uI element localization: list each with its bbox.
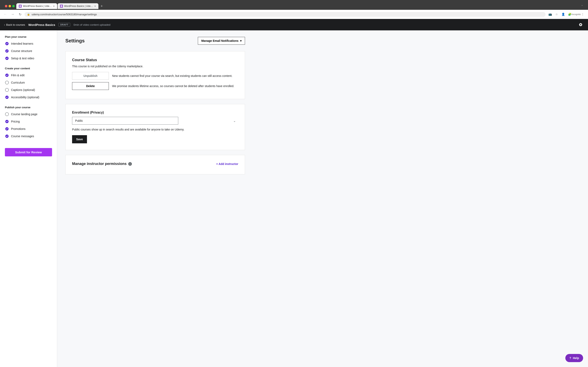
svg-point-1 xyxy=(61,5,62,7)
publish-section-title: Publish your course xyxy=(0,106,57,110)
check-icon-promotions xyxy=(5,127,9,131)
manage-email-notifications-button[interactable]: Manage Email Notifications ▾ xyxy=(198,37,245,45)
unpublish-button[interactable]: Unpublish xyxy=(72,72,109,80)
select-chevron-icon: ⌄ xyxy=(233,119,236,123)
upload-status: 0min of video content uploaded xyxy=(73,23,111,26)
permissions-section: Manage instructor permissions i + Add in… xyxy=(65,155,245,174)
tab-favicon-2 xyxy=(60,5,63,8)
sidebar-item-intended-learners[interactable]: Intended learners xyxy=(0,40,57,47)
tab-favicon-1 xyxy=(19,5,22,8)
draft-badge: DRAFT xyxy=(58,23,70,26)
sidebar-item-promotions[interactable]: Promotions xyxy=(0,125,57,133)
enrollment-privacy-select[interactable]: Public Private Password Protected xyxy=(72,117,178,125)
back-nav-btn[interactable]: ← xyxy=(2,11,8,17)
enrollment-select-wrapper: Public Private Password Protected ⌄ xyxy=(72,117,238,125)
bookmark-icon[interactable]: ☆ xyxy=(554,11,559,17)
sidebar-item-setup-test-video[interactable]: Setup & test video xyxy=(0,55,57,62)
incognito-label: Incognito xyxy=(573,11,579,17)
tab-close-1[interactable]: × xyxy=(53,4,55,8)
permissions-header: Manage instructor permissions i + Add in… xyxy=(72,162,238,166)
delete-description: We promise students lifetime access, so … xyxy=(112,84,234,88)
forward-nav-btn[interactable]: → xyxy=(10,11,16,17)
create-section: Create your content Film & edit Curricul… xyxy=(0,67,57,101)
help-icon: ? xyxy=(570,356,571,360)
address-bar[interactable]: 🔒 udemy.com/instructor/course/5063180/ma… xyxy=(25,12,545,17)
sidebar-label-curriculum: Curriculum xyxy=(11,81,25,84)
check-icon-intended-learners xyxy=(5,42,9,46)
settings-gear-icon[interactable] xyxy=(577,21,584,28)
check-icon-pricing xyxy=(5,119,9,124)
check-icon-curriculum xyxy=(5,81,9,85)
tab-close-2[interactable]: × xyxy=(94,4,96,8)
sidebar-label-promotions: Promotions xyxy=(11,127,26,131)
sidebar-item-accessibility[interactable]: Accessibility (optional) xyxy=(0,94,57,101)
sidebar-label-film-edit: Film & edit xyxy=(11,74,25,77)
sidebar-label-course-landing-page: Course landing page xyxy=(11,113,37,116)
browser-window-controls: ⌃ xyxy=(581,5,583,8)
browser-address-bar-container: ← → ↻ 🔒 udemy.com/instructor/course/5063… xyxy=(0,10,588,19)
submit-for-review-button[interactable]: Submit for Review xyxy=(5,148,52,156)
browser-action-buttons: 📺 ☆ 👤 🧩 Incognito ⋮ xyxy=(547,11,586,17)
manage-email-label: Manage Email Notifications xyxy=(201,39,238,42)
enrollment-hint: Public courses show up in search results… xyxy=(72,128,238,131)
delete-row: Delete We promise students lifetime acce… xyxy=(72,82,238,90)
unpublish-description: New students cannot find your course via… xyxy=(112,74,232,77)
back-to-courses-label: Back to courses xyxy=(6,23,25,26)
page-header: Settings Manage Email Notifications ▾ xyxy=(65,37,245,45)
enrollment-section: Enrollment (Privacy) Public Private Pass… xyxy=(65,104,245,150)
sidebar-item-course-messages[interactable]: Course messages xyxy=(0,133,57,140)
check-icon-captions xyxy=(5,88,9,92)
svg-point-3 xyxy=(5,88,9,92)
new-tab-button[interactable]: + xyxy=(99,3,104,9)
sidebar-item-film-edit[interactable]: Film & edit xyxy=(0,72,57,79)
tab-title-2: WordPress Basics | Udemy xyxy=(64,5,93,8)
sidebar-label-setup-test-video: Setup & test video xyxy=(11,57,34,60)
course-title: WordPress Basics xyxy=(28,23,55,26)
save-button[interactable]: Save xyxy=(72,135,87,143)
profile-icon[interactable]: 👤 xyxy=(560,11,566,17)
svg-point-0 xyxy=(19,5,21,7)
back-arrow-icon: ‹ xyxy=(4,23,5,26)
close-window-btn[interactable] xyxy=(5,5,7,7)
back-to-courses-btn[interactable]: ‹ Back to courses xyxy=(4,23,25,26)
fullscreen-window-btn[interactable] xyxy=(12,5,15,7)
browser-menu-icon[interactable]: ⋮ xyxy=(580,11,586,17)
main-content: Settings Manage Email Notifications ▾ Co… xyxy=(57,30,588,367)
browser-tab-1[interactable]: WordPress Basics | Udemy × xyxy=(16,3,57,9)
chevron-down-icon: ▾ xyxy=(240,39,242,42)
plan-section-title: Plan your course xyxy=(0,35,57,40)
sidebar-item-pricing[interactable]: Pricing xyxy=(0,118,57,125)
sidebar-item-course-structure[interactable]: Course structure xyxy=(0,47,57,55)
app-header: ‹ Back to courses WordPress Basics DRAFT… xyxy=(0,19,588,30)
cast-icon[interactable]: 📺 xyxy=(547,11,553,17)
course-status-section: Course Status This course is not publish… xyxy=(65,51,245,99)
plan-section: Plan your course Intended learners Cours… xyxy=(0,35,57,62)
browser-tab-2[interactable]: WordPress Basics | Udemy × xyxy=(58,3,98,9)
ssl-lock-icon: 🔒 xyxy=(27,13,30,16)
permissions-info-icon[interactable]: i xyxy=(128,162,132,166)
content-inner: Settings Manage Email Notifications ▾ Co… xyxy=(57,30,253,186)
sidebar-item-curriculum[interactable]: Curriculum xyxy=(0,79,57,86)
enrollment-title: Enrollment (Privacy) xyxy=(72,111,238,114)
publish-section: Publish your course Course landing page … xyxy=(0,106,57,140)
help-label: Help xyxy=(573,356,579,360)
main-layout: Plan your course Intended learners Cours… xyxy=(0,30,588,367)
url-text: udemy.com/instructor/course/5063180/mana… xyxy=(32,13,97,16)
help-button[interactable]: ? Help xyxy=(565,354,583,362)
check-icon-course-structure xyxy=(5,49,9,53)
sidebar-item-course-landing-page[interactable]: Course landing page xyxy=(0,110,57,118)
sidebar-label-course-messages: Course messages xyxy=(11,134,34,138)
course-status-description: This course is not published on the Udem… xyxy=(72,65,238,68)
page-title: Settings xyxy=(65,38,85,44)
sidebar-label-pricing: Pricing xyxy=(11,120,20,123)
minimize-window-btn[interactable] xyxy=(9,5,11,7)
delete-button[interactable]: Delete xyxy=(72,82,109,90)
add-instructor-button[interactable]: + Add instructor xyxy=(216,162,238,166)
check-icon-setup-test-video xyxy=(5,56,9,60)
sidebar-label-accessibility: Accessibility (optional) xyxy=(11,96,39,99)
sidebar-item-captions[interactable]: Captions (optional) xyxy=(0,86,57,94)
sidebar-label-captions: Captions (optional) xyxy=(11,88,35,92)
reload-nav-btn[interactable]: ↻ xyxy=(17,11,23,17)
svg-point-4 xyxy=(5,113,9,116)
svg-point-2 xyxy=(5,81,9,84)
